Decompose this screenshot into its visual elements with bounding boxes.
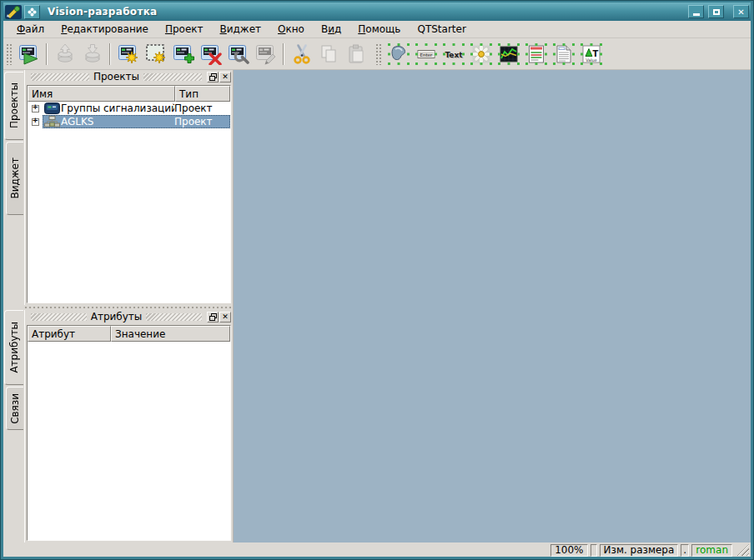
db-save-icon bbox=[82, 43, 103, 65]
attributes-dock-titlebar[interactable]: Атрибуты ✕ bbox=[25, 310, 233, 323]
media-flower-icon bbox=[470, 43, 492, 65]
close-icon: ✕ bbox=[222, 313, 229, 321]
diagram-element-button[interactable] bbox=[495, 41, 521, 67]
document-element-button[interactable] bbox=[550, 41, 576, 67]
work-area: Проекты Виджет Атрибуты Связи Проекты bbox=[3, 70, 751, 542]
expand-icon[interactable] bbox=[32, 118, 39, 126]
copy-icon bbox=[319, 43, 340, 65]
widget-plus-icon bbox=[173, 43, 194, 65]
add-visual-item-button[interactable] bbox=[170, 41, 196, 67]
paste-icon bbox=[346, 43, 368, 65]
dock-tabbars: Проекты Виджет Атрибуты Связи bbox=[3, 70, 24, 542]
dashed-star-icon bbox=[145, 43, 167, 65]
widgets-toolbar-drag-handle[interactable] bbox=[375, 43, 382, 65]
aglks-project-icon bbox=[44, 116, 60, 128]
widget-wrench-icon bbox=[228, 43, 249, 65]
sidebar-tab-links[interactable]: Связи bbox=[6, 387, 23, 430]
projects-dock-titlebar[interactable]: Проекты ✕ bbox=[25, 70, 233, 83]
resize-grip[interactable] bbox=[736, 544, 749, 556]
float-icon bbox=[209, 313, 217, 321]
dock-column: Проекты ✕ Имя Тип bbox=[24, 70, 233, 542]
dock-title-texture bbox=[146, 313, 202, 321]
system-menu-button[interactable] bbox=[24, 5, 40, 19]
menu-help[interactable]: Помощь bbox=[349, 22, 409, 37]
column-header-value[interactable]: Значение bbox=[111, 326, 230, 342]
titlebar[interactable]: Vision-разработка ✕ bbox=[3, 2, 751, 21]
signal-groups-project-icon bbox=[44, 102, 60, 114]
system-menu-icon bbox=[28, 8, 37, 17]
menu-window[interactable]: Окно bbox=[269, 22, 313, 37]
minimize-icon bbox=[693, 13, 700, 16]
tree-item-name: AGLKS bbox=[61, 116, 174, 128]
sidebar-tab-widget[interactable]: Виджет bbox=[6, 142, 23, 215]
media-element-button[interactable] bbox=[468, 41, 494, 67]
column-header-type[interactable]: Тип bbox=[175, 86, 230, 102]
attributes-table: Атрибут Значение bbox=[27, 325, 231, 541]
svg-text:Value: Value bbox=[586, 57, 597, 62]
figure-icon bbox=[388, 43, 410, 65]
widget-play-icon bbox=[18, 43, 40, 65]
application-window: Vision-разработка ✕ Файл Редактирование … bbox=[0, 0, 754, 560]
load-from-db-button[interactable] bbox=[52, 41, 78, 67]
cut-button[interactable] bbox=[289, 41, 314, 67]
minimize-button[interactable] bbox=[688, 5, 704, 18]
close-dock-button[interactable]: ✕ bbox=[219, 312, 231, 322]
svg-text:Text: Text bbox=[445, 50, 463, 58]
toolbar-drag-handle[interactable] bbox=[6, 43, 13, 65]
float-dock-button[interactable] bbox=[207, 312, 219, 322]
close-icon: ✕ bbox=[222, 73, 229, 81]
widget-pencil-icon bbox=[255, 43, 277, 65]
menu-file[interactable]: Файл bbox=[8, 22, 53, 37]
protocol-icon bbox=[525, 43, 547, 65]
save-to-db-button[interactable] bbox=[79, 41, 105, 67]
projects-dock: Проекты ✕ Имя Тип bbox=[24, 70, 233, 305]
mode-indicator: Изм. размера bbox=[600, 544, 679, 557]
column-header-name[interactable]: Имя bbox=[28, 86, 175, 102]
dock-title-texture bbox=[31, 73, 89, 81]
value-element-button[interactable]: T Value bbox=[578, 41, 604, 67]
run-widget-button[interactable] bbox=[16, 41, 42, 67]
document-icon bbox=[553, 43, 575, 65]
menu-widget[interactable]: Виджет bbox=[212, 22, 270, 37]
statusbar: 100% Изм. размера . roman bbox=[3, 542, 751, 557]
tree-item-type: Проект bbox=[174, 116, 230, 128]
maximize-icon bbox=[713, 9, 720, 15]
sidebar-tab-attributes[interactable]: Атрибуты bbox=[4, 310, 23, 385]
close-dock-button[interactable]: ✕ bbox=[219, 72, 231, 82]
status-spacer-box bbox=[591, 544, 597, 557]
visual-item-properties-button[interactable] bbox=[225, 41, 251, 67]
tree-row-aglks[interactable]: AGLKS Проект bbox=[28, 115, 230, 128]
text-icon: Text Text bbox=[443, 43, 465, 65]
zoom-indicator: 100% bbox=[550, 544, 587, 557]
form-element-button[interactable]: Enter bbox=[413, 41, 439, 67]
column-header-attribute[interactable]: Атрибут bbox=[28, 326, 111, 342]
menu-view[interactable]: Вид bbox=[313, 22, 349, 37]
expand-icon[interactable] bbox=[32, 105, 39, 112]
menubar: Файл Редактирование Проект Виджет Окно В… bbox=[3, 21, 751, 38]
edit-visual-item-button[interactable] bbox=[253, 41, 279, 67]
menu-qtstarter[interactable]: QTStarter bbox=[409, 22, 474, 37]
dock-title-texture bbox=[31, 313, 87, 321]
elementary-figure-button[interactable] bbox=[385, 41, 411, 67]
projects-tree: Имя Тип bbox=[27, 85, 231, 303]
close-icon: ✕ bbox=[737, 8, 744, 17]
scissors-icon bbox=[291, 43, 313, 65]
menu-project[interactable]: Проект bbox=[157, 22, 212, 37]
delete-visual-item-button[interactable] bbox=[198, 41, 224, 67]
value-icon: T Value bbox=[581, 43, 602, 65]
window-title: Vision-разработка bbox=[48, 6, 684, 18]
menu-edit[interactable]: Редактирование bbox=[53, 22, 157, 37]
maximize-button[interactable] bbox=[708, 5, 724, 18]
paste-button[interactable] bbox=[344, 41, 369, 67]
tree-item-name: Группы сигнализаций... bbox=[61, 102, 174, 114]
copy-button[interactable] bbox=[316, 41, 342, 67]
tree-row-signal-groups[interactable]: Группы сигнализаций... Проект bbox=[28, 102, 230, 115]
float-dock-button[interactable] bbox=[207, 72, 219, 82]
sidebar-tab-projects[interactable]: Проекты bbox=[4, 72, 23, 140]
protocol-element-button[interactable] bbox=[523, 41, 549, 67]
mdi-area[interactable] bbox=[233, 70, 751, 542]
new-visual-item-button[interactable] bbox=[115, 41, 141, 67]
close-button[interactable]: ✕ bbox=[733, 5, 749, 18]
new-library-button[interactable] bbox=[143, 41, 168, 67]
text-element-button[interactable]: Text Text bbox=[440, 41, 466, 67]
